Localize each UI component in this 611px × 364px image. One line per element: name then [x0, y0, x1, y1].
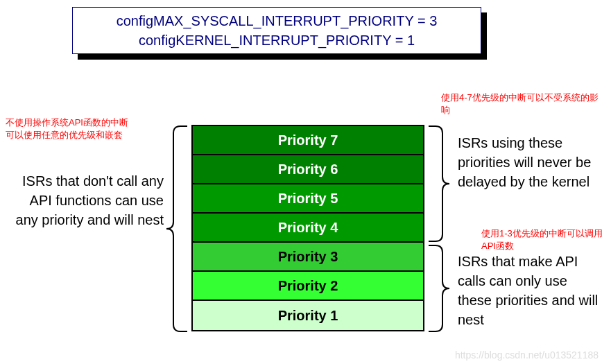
- priority-row-1: Priority 1: [193, 301, 423, 330]
- priority-row-7: Priority 7: [193, 126, 423, 155]
- bracket-left-icon: [161, 125, 189, 333]
- config-line-1: configMAX_SYSCALL_INTERRUPT_PRIORITY = 3: [117, 11, 438, 31]
- priority-row-6: Priority 6: [193, 155, 423, 184]
- config-line-2: configKERNEL_INTERRUPT_PRIORITY = 1: [139, 31, 415, 50]
- description-right-high: ISRs using these priorities will never b…: [458, 133, 603, 191]
- priority-row-3: Priority 3: [193, 243, 423, 272]
- annotation-high-priority: 使用4-7优先级的中断可以不受系统的影响: [441, 92, 601, 116]
- priority-row-5: Priority 5: [193, 184, 423, 214]
- config-box: configMAX_SYSCALL_INTERRUPT_PRIORITY = 3…: [72, 7, 481, 54]
- priority-row-2: Priority 2: [193, 272, 423, 301]
- bracket-right-low-icon: [427, 244, 455, 333]
- annotation-low-priority: 使用1-3优先级的中断可以调用API函数: [481, 227, 606, 252]
- description-left: ISRs that don't call any API functions c…: [4, 171, 164, 229]
- description-right-low: ISRs that make API calls can only use th…: [458, 252, 603, 329]
- priority-table: Priority 7 Priority 6 Priority 5 Priorit…: [191, 125, 424, 331]
- watermark: https://blog.csdn.net/u013521188: [455, 349, 599, 361]
- bracket-right-high-icon: [427, 125, 455, 243]
- priority-row-4: Priority 4: [193, 214, 423, 243]
- annotation-no-api: 不使用操作系统API函数的中断可以使用任意的优先级和嵌套: [6, 116, 130, 141]
